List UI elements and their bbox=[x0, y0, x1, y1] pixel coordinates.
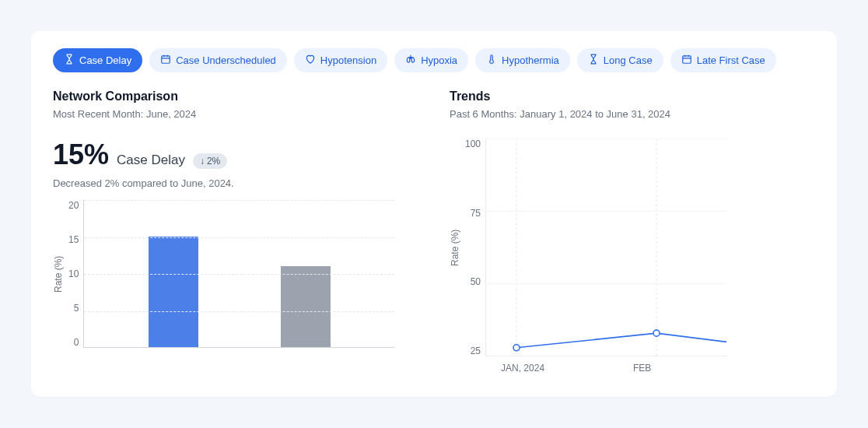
svg-rect-0 bbox=[162, 56, 170, 63]
xtick: FEB bbox=[633, 363, 726, 374]
heart-icon bbox=[305, 54, 316, 67]
chip-case-underscheduled[interactable]: Case Underscheduled bbox=[149, 48, 287, 72]
gridline bbox=[84, 237, 394, 238]
stat-value: 15% bbox=[53, 139, 109, 171]
stat-row: 15% Case Delay ↓ 2% bbox=[53, 139, 418, 171]
metric-chips: Case DelayCase UnderscheduledHypotension… bbox=[53, 48, 815, 72]
chip-hypotension[interactable]: Hypotension bbox=[294, 48, 387, 72]
trends-subtitle: Past 6 Months: January 1, 2024 to June 3… bbox=[450, 108, 815, 120]
chip-hypoxia[interactable]: Hypoxia bbox=[394, 48, 468, 72]
chip-label: Hypothermia bbox=[502, 54, 559, 66]
ytick: 75 bbox=[471, 208, 481, 219]
stat-delta-text: 2% bbox=[207, 156, 220, 167]
chip-long-case[interactable]: Long Case bbox=[577, 48, 663, 72]
lungs-icon bbox=[405, 54, 416, 67]
gridline bbox=[84, 200, 394, 201]
stat-label: Case Delay bbox=[117, 153, 185, 168]
bar-chart-ylabel: Rate (%) bbox=[53, 200, 64, 348]
chip-hypothermia[interactable]: Hypothermia bbox=[475, 48, 570, 72]
network-comparison-title: Network Comparison bbox=[53, 89, 418, 103]
calendar-icon bbox=[681, 54, 692, 67]
chip-case-delay[interactable]: Case Delay bbox=[53, 48, 142, 72]
network-comparison-subtitle: Most Recent Month: June, 2024 bbox=[53, 108, 418, 120]
thermometer-icon bbox=[486, 54, 497, 67]
network-comparison-pane: Network Comparison Most Recent Month: Ju… bbox=[53, 89, 418, 374]
chip-label: Late First Case bbox=[697, 54, 765, 66]
chip-label: Hypoxia bbox=[421, 54, 457, 66]
line-chart-yaxis: 100755025 bbox=[465, 139, 485, 356]
bar bbox=[281, 266, 331, 348]
ytick: 50 bbox=[471, 276, 481, 287]
line-chart-ylabel: Rate (%) bbox=[450, 139, 460, 356]
svg-point-10 bbox=[513, 345, 520, 351]
chip-label: Long Case bbox=[604, 54, 653, 66]
ytick: 5 bbox=[74, 303, 79, 314]
ytick: 25 bbox=[471, 346, 481, 356]
panes-row: Network Comparison Most Recent Month: Ju… bbox=[53, 89, 815, 374]
gridline bbox=[84, 311, 394, 312]
line-chart: Rate (%) 100755025 JAN, 2024FEB bbox=[450, 139, 815, 374]
line-chart-xaxis: JAN, 2024FEB bbox=[485, 363, 726, 374]
calendar-icon bbox=[160, 54, 171, 67]
hourglass-icon bbox=[588, 54, 599, 67]
chip-late-first-case[interactable]: Late First Case bbox=[670, 48, 776, 72]
chip-label: Case Underscheduled bbox=[176, 54, 276, 66]
ytick: 0 bbox=[74, 337, 79, 348]
bar-chart: Rate (%) 20151050 bbox=[53, 200, 418, 348]
ytick: 15 bbox=[68, 234, 79, 245]
svg-point-11 bbox=[653, 330, 660, 336]
ytick: 20 bbox=[68, 200, 79, 211]
line-chart-svg bbox=[485, 139, 726, 356]
chip-label: Case Delay bbox=[79, 54, 131, 66]
ytick: 100 bbox=[465, 139, 481, 149]
bar bbox=[149, 237, 198, 348]
xtick: JAN, 2024 bbox=[501, 363, 633, 374]
stat-delta-badge: ↓ 2% bbox=[193, 153, 227, 169]
arrow-down-icon: ↓ bbox=[200, 156, 205, 167]
hourglass-icon bbox=[64, 54, 75, 67]
trends-pane: Trends Past 6 Months: January 1, 2024 to… bbox=[450, 89, 815, 374]
bar-chart-grid bbox=[83, 200, 394, 348]
ytick: 10 bbox=[68, 268, 79, 279]
chip-label: Hypotension bbox=[320, 54, 376, 66]
svg-rect-1 bbox=[682, 56, 691, 63]
stat-description: Decreased 2% compared to June, 2024. bbox=[53, 177, 418, 189]
trends-title: Trends bbox=[450, 89, 815, 103]
bar-chart-yaxis: 20151050 bbox=[68, 200, 83, 348]
gridline bbox=[84, 274, 394, 275]
dashboard-card: Case DelayCase UnderscheduledHypotension… bbox=[31, 31, 837, 397]
